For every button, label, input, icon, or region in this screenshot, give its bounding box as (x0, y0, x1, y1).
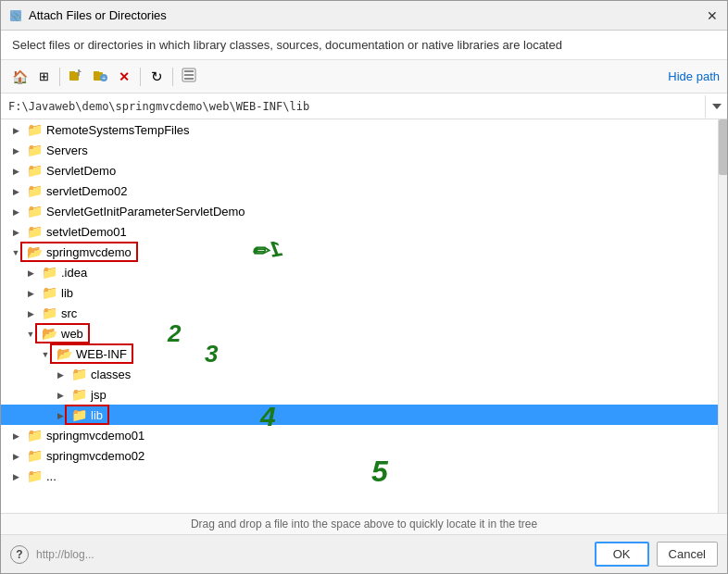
label-jsp: jsp (91, 388, 107, 402)
attach-icon: 📎 (8, 8, 23, 23)
folder-icon-setvletdemo01: 📁 (27, 224, 43, 239)
refresh-button[interactable]: ↻ (145, 66, 168, 88)
home-button[interactable]: 🏠 (8, 66, 31, 88)
separator-1 (59, 68, 60, 86)
expand-classes[interactable] (53, 367, 68, 381)
label-classes: classes (91, 368, 131, 381)
delete-button[interactable]: ✕ (113, 66, 135, 88)
scrollbar[interactable] (718, 119, 727, 513)
label-springmvcdemo01: springmvcdemo01 (46, 429, 144, 443)
ok-button[interactable]: OK (595, 542, 649, 567)
toolbar: 🏠 ⊞ (1, 60, 727, 94)
tree-item-lib2[interactable]: 📁 lib 4 (1, 405, 727, 425)
svg-rect-2 (69, 72, 79, 81)
label-servletdemo: ServletDemo (46, 164, 116, 178)
svg-rect-12 (184, 74, 194, 76)
expand-lib[interactable] (23, 285, 38, 300)
title-bar-left: 📎 Attach Files or Directories (8, 8, 167, 23)
tree-item-more[interactable]: 📁 ... (1, 466, 727, 486)
tree-item-lib[interactable]: 📁 lib (1, 282, 727, 303)
tree-item-servers[interactable]: 📁 Servers (1, 140, 727, 160)
label-idea: .idea (61, 266, 87, 280)
tree-item-src[interactable]: 📁 src (1, 303, 727, 323)
label-src: src (61, 306, 77, 320)
folder-new-button[interactable]: + (89, 66, 111, 88)
hide-path-button[interactable]: Hide path (668, 69, 720, 83)
tree-container[interactable]: 📁 RemoteSystemsTempFiles 📁 Servers 📁 Ser… (1, 119, 727, 486)
separator-3 (172, 68, 173, 86)
folder-icon-remote: 📁 (27, 122, 43, 137)
label-setvletdemo01: setvletDemo01 (46, 225, 127, 239)
dialog-title: Attach Files or Directories (29, 8, 167, 22)
label-springmvcdemo02: springmvcdemo02 (46, 449, 144, 463)
tree-item-web[interactable]: 📂 web 2 (1, 323, 727, 343)
help-button[interactable]: ? (10, 545, 29, 564)
tree-item-remote[interactable]: 📁 RemoteSystemsTempFiles (1, 119, 727, 140)
folder-new-icon: + (93, 68, 107, 85)
label-servletdemo02: servletDemo02 (46, 184, 127, 198)
expand-springmvcdemo02[interactable] (8, 448, 23, 463)
folder-icon-servletgetinit: 📁 (27, 204, 43, 218)
expand-springmvcdemo01[interactable] (8, 428, 23, 443)
expand-webinf[interactable] (38, 346, 53, 361)
folder-icon-springmvcdemo01: 📁 (27, 428, 43, 443)
expand-servletdemo02[interactable] (8, 183, 23, 198)
expand-web[interactable] (23, 326, 38, 341)
expand-springmvcdemo[interactable] (8, 244, 23, 259)
expand-jsp[interactable] (53, 387, 68, 402)
tree-item-servletdemo02[interactable]: 📁 servletDemo02 (1, 181, 727, 201)
web-bordered: 📂 web (38, 326, 87, 341)
svg-rect-11 (184, 70, 194, 72)
footer-url: http://blog... (36, 548, 94, 561)
tree-item-jsp[interactable]: 📁 jsp (1, 384, 727, 405)
expand-src[interactable] (23, 306, 38, 320)
label-servers: Servers (46, 144, 88, 157)
tree-item-servletdemo[interactable]: 📁 ServletDemo (1, 160, 727, 181)
label-lib: lib (61, 286, 73, 300)
label-servletgetinit: ServletGetInitParameterServletDemo (46, 205, 245, 218)
expand-idea[interactable] (23, 265, 38, 280)
folder-icon-jsp: 📁 (71, 387, 87, 402)
folder-icon-more: 📁 (27, 468, 43, 483)
svg-marker-14 (712, 104, 722, 109)
close-button[interactable]: ✕ (705, 8, 720, 23)
expand-servers[interactable] (8, 143, 23, 157)
scrollbar-thumb[interactable] (719, 119, 727, 175)
path-input[interactable] (1, 96, 705, 117)
folder-icon-servletdemo02: 📁 (27, 183, 43, 198)
tree-item-springmvcdemo02[interactable]: 📁 springmvcdemo02 5 (1, 445, 727, 466)
home-icon: 🏠 (12, 69, 28, 84)
label-more: ... (46, 469, 56, 483)
svg-rect-7 (94, 71, 99, 73)
grid-button[interactable]: ⊞ (32, 66, 55, 88)
description-text: Select files or directories in which lib… (1, 31, 727, 60)
tree-item-springmvcdemo01[interactable]: 📁 springmvcdemo01 (1, 425, 727, 445)
cancel-button[interactable]: Cancel (657, 542, 718, 567)
label-springmvcdemo: springmvcdemo (46, 245, 132, 259)
folder-icon-lib: 📁 (42, 285, 57, 300)
tree-item-setvletdemo01[interactable]: 📁 setvletDemo01 (1, 221, 727, 242)
expand-servletdemo[interactable] (8, 163, 23, 178)
tree-item-springmvcdemo[interactable]: 📂 springmvcdemo ✏ 1 (1, 242, 727, 262)
expand-more[interactable] (8, 468, 23, 483)
folder-icon-web: 📂 (42, 326, 57, 341)
folder-icon-classes: 📁 (71, 367, 87, 381)
expand-lib2[interactable] (53, 407, 68, 422)
tree-item-servletgetinit[interactable]: 📁 ServletGetInitParameterServletDemo (1, 201, 727, 221)
springmvcdemo-bordered: 📂 springmvcdemo (23, 244, 135, 259)
expand-servletgetinit[interactable] (8, 204, 23, 218)
tree-item-classes[interactable]: 📁 classes (1, 364, 727, 384)
svg-rect-13 (184, 78, 194, 80)
footer: ? http://blog... OK Cancel (1, 534, 727, 573)
tree-item-webinf[interactable]: 📂 WEB-INF 3 (1, 343, 727, 364)
path-menu-icon[interactable] (705, 95, 727, 118)
drag-hint: Drag and drop a file into the space abov… (1, 513, 727, 534)
expand-setvletdemo01[interactable] (8, 224, 23, 239)
label-web: web (61, 327, 83, 341)
expand-remote[interactable] (8, 122, 23, 137)
path-bar (1, 94, 727, 119)
tree-item-idea[interactable]: 📁 .idea (1, 262, 727, 282)
folder-icon-src: 📁 (42, 306, 57, 320)
folder-up-button[interactable] (65, 66, 87, 88)
filter-button[interactable] (178, 66, 200, 88)
